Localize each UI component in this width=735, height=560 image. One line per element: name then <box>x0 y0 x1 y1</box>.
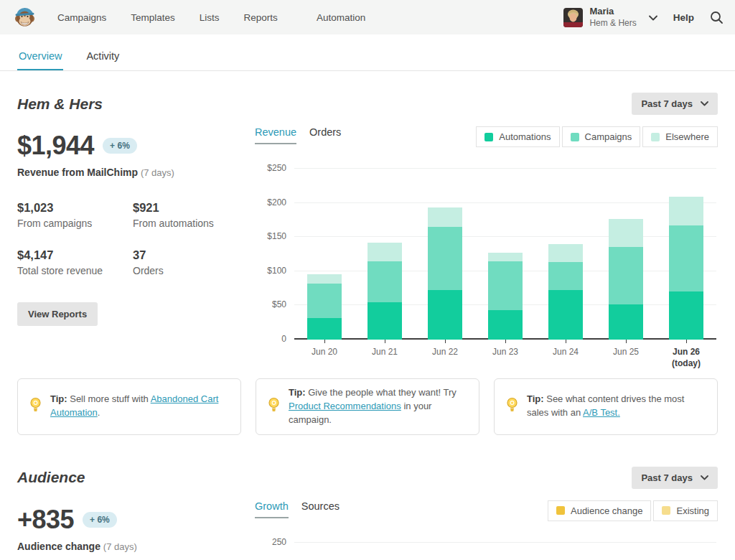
tips-row: Tip: Sell more stuff with Abandoned Cart… <box>17 378 718 435</box>
help-link[interactable]: Help <box>673 12 694 23</box>
store-title: Hem & Hers <box>17 95 103 113</box>
legend-label: Automations <box>499 131 551 142</box>
user-menu[interactable]: Maria Hem & Hers <box>563 6 657 28</box>
bar-segment-automations <box>609 304 643 340</box>
audience-caption: Audience change <box>17 541 100 552</box>
chevron-down-icon <box>701 475 708 480</box>
tick-mark <box>626 340 627 343</box>
nav-item-templates[interactable]: Templates <box>131 12 175 23</box>
stat-value: 37 <box>133 248 255 262</box>
bar-segment-elsewhere <box>488 253 523 261</box>
tick-mark <box>445 340 446 343</box>
tip-prefix: Tip: <box>289 387 306 398</box>
nav-item-lists[interactable]: Lists <box>200 12 220 23</box>
mailchimp-logo-icon[interactable] <box>11 4 37 30</box>
bar-segment-elsewhere <box>428 207 462 227</box>
stacked-bar <box>669 169 703 340</box>
bar-segment-campaigns <box>307 284 342 318</box>
tab-orders[interactable]: Orders <box>309 126 341 144</box>
bar-segment-automations <box>488 310 523 340</box>
stat-label: Total store revenue <box>17 265 133 276</box>
elsewhere-swatch <box>651 133 660 141</box>
bar-segment-elsewhere <box>609 219 643 246</box>
x-axis-label: Jun 25 <box>609 340 643 369</box>
x-axis-label: Jun 22 <box>428 340 462 369</box>
bar-segment-campaigns <box>669 225 703 291</box>
growth-chart: 250200 <box>255 536 718 560</box>
nav-item-reports[interactable]: Reports <box>244 12 278 23</box>
stat-from-automations: $921 From automations <box>133 201 255 229</box>
tab-overview[interactable]: Overview <box>17 45 63 70</box>
legend-elsewhere: Elsewhere <box>642 126 718 147</box>
bars <box>294 169 716 340</box>
plot-area <box>294 169 716 340</box>
y-axis-label: $100 <box>255 266 286 276</box>
revenue-total: $1,944 <box>17 131 94 161</box>
legend-automations: Automations <box>476 126 559 147</box>
store-period-label: Past 7 days <box>641 98 693 109</box>
x-axis-label: Jun 24 <box>548 340 583 369</box>
top-nav: Campaigns Templates Lists Reports Automa… <box>0 0 735 34</box>
tip-text: Give the people what they want! Try <box>306 387 457 398</box>
tab-sources[interactable]: Sources <box>301 500 340 518</box>
tip-abandoned-cart: Tip: Sell more stuff with Abandoned Cart… <box>17 378 241 435</box>
tab-growth[interactable]: Growth <box>255 500 289 518</box>
tick-mark <box>686 340 687 343</box>
bar-segment-elsewhere <box>307 274 342 284</box>
revenue-legend: Automations Campaigns Elsewhere <box>474 126 718 147</box>
plot-area <box>294 543 716 560</box>
store-period-dropdown[interactable]: Past 7 days <box>632 93 718 115</box>
stat-value: $1,023 <box>17 201 133 215</box>
bar-segment-automations <box>669 291 703 340</box>
audience-legend: Audience change Existing <box>546 500 718 521</box>
stacked-bar <box>307 169 342 340</box>
product-recommendations-link[interactable]: Product Recommendations <box>289 401 401 411</box>
legend-campaigns: Campaigns <box>562 126 641 147</box>
bar-segment-campaigns <box>428 227 462 291</box>
revenue-caption-period: (7 days) <box>141 167 174 178</box>
stat-value: $921 <box>133 201 255 215</box>
stacked-bar <box>488 169 523 340</box>
tick-mark <box>324 340 325 343</box>
avatar <box>563 8 583 27</box>
tab-revenue[interactable]: Revenue <box>255 126 296 144</box>
stacked-bar <box>428 169 462 340</box>
lightbulb-icon <box>29 397 42 416</box>
campaigns-swatch <box>571 133 579 141</box>
x-axis-label: Jun 21 <box>368 340 402 369</box>
x-axis-labels: Jun 20Jun 21Jun 22Jun 23Jun 24Jun 25Jun … <box>294 340 716 369</box>
tip-prefix: Tip: <box>527 393 544 404</box>
tab-activity[interactable]: Activity <box>85 45 121 70</box>
bar-segment-elsewhere <box>669 197 703 225</box>
bar-segment-campaigns <box>548 262 583 291</box>
user-account: Hem & Hers <box>589 18 636 29</box>
stat-orders: 37 Orders <box>133 248 255 276</box>
x-axis-label: Jun 26(today) <box>669 340 703 369</box>
nav-item-automation[interactable]: Automation <box>317 12 365 23</box>
tick-mark <box>505 340 506 343</box>
stat-label: From campaigns <box>17 218 133 229</box>
lightbulb-icon <box>506 397 518 416</box>
audience-period-dropdown[interactable]: Past 7 days <box>632 467 718 489</box>
bar-segment-automations <box>368 302 402 340</box>
bar-segment-campaigns <box>368 261 402 302</box>
nav-item-campaigns[interactable]: Campaigns <box>57 12 106 23</box>
x-axis-label: Jun 23 <box>488 340 523 369</box>
legend-audience-change: Audience change <box>548 500 651 521</box>
ab-test-link[interactable]: A/B Test. <box>583 407 620 418</box>
view-reports-button[interactable]: View Reports <box>17 302 98 326</box>
tip-ab-test: Tip: See what content drives the most sa… <box>494 378 718 435</box>
stacked-bar <box>368 169 402 340</box>
y-axis-label: $200 <box>255 197 286 207</box>
page-tabs: Overview Activity <box>0 45 735 71</box>
legend-label: Campaigns <box>585 131 632 142</box>
tick-mark <box>385 340 385 343</box>
search-icon[interactable] <box>710 11 724 24</box>
tick-mark <box>566 340 566 343</box>
bar-segment-elsewhere <box>548 244 583 262</box>
bar-segment-automations <box>307 318 342 340</box>
legend-label: Existing <box>676 505 709 516</box>
x-axis-label: Jun 20 <box>307 340 342 369</box>
audience-change-badge: + 6% <box>83 512 117 528</box>
y-axis-label: $150 <box>255 231 286 241</box>
